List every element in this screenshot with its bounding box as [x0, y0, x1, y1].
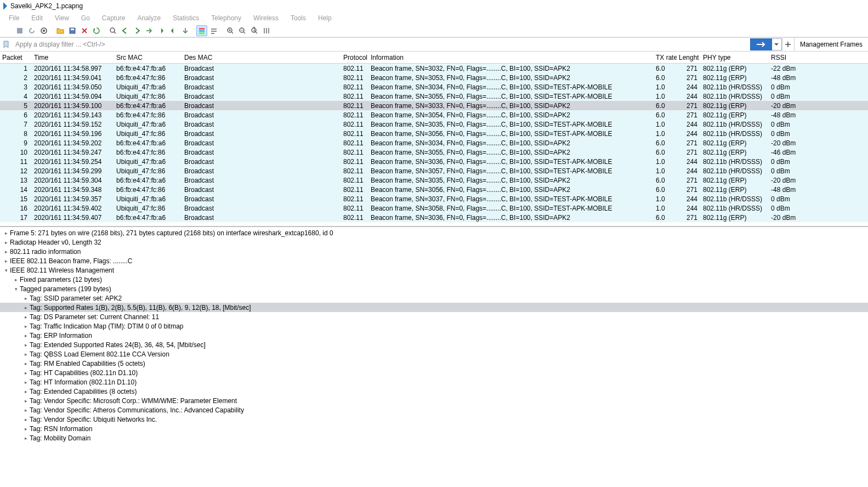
- stop-capture-button[interactable]: [14, 25, 25, 36]
- auto-scroll-button[interactable]: [180, 25, 191, 36]
- resize-columns-button[interactable]: [261, 25, 272, 36]
- colorize-button[interactable]: [196, 25, 207, 36]
- menu-edit[interactable]: Edit: [26, 13, 48, 23]
- go-to-packet-button[interactable]: [144, 25, 155, 36]
- expand-icon[interactable]: ▸: [2, 230, 10, 236]
- detail-node[interactable]: ▸Tag: Mobility Domain: [0, 433, 868, 443]
- detail-node[interactable]: ▸Tag: Traffic Indication Map (TIM): DTIM…: [0, 321, 868, 331]
- detail-node[interactable]: ▸Tag: HT Capabilities (802.11n D1.10): [0, 368, 868, 377]
- packet-row[interactable]: 112020/161 11:34:59.254Ubiquiti_47:fb:a6…: [0, 157, 868, 166]
- expand-collapse-icon[interactable]: ▾: [2, 268, 10, 273]
- col-time[interactable]: Time: [32, 54, 114, 61]
- detail-node[interactable]: ▸Tag: DS Parameter set: Current Channel:…: [0, 312, 868, 321]
- col-info[interactable]: Information: [368, 54, 654, 61]
- go-last-button[interactable]: [168, 25, 179, 36]
- detail-node[interactable]: ▸Tag: Vendor Specific: Microsoft Corp.: …: [0, 396, 868, 405]
- packet-row[interactable]: 62020/161 11:34:59.143b6:fb:e4:47:fc:86B…: [0, 110, 868, 120]
- detail-node[interactable]: ▸Tag: RM Enabled Capabilities (5 octets): [0, 359, 868, 368]
- detail-node[interactable]: ▸Tag: QBSS Load Element 802.11e CCA Vers…: [0, 349, 868, 359]
- detail-node[interactable]: ▸Tag: SSID parameter set: APK2: [0, 293, 868, 303]
- packet-row[interactable]: 12020/161 11:34:58.997b6:fb:e4:47:fb:a6B…: [0, 64, 868, 73]
- detail-node[interactable]: ▸Radiotap Header v0, Length 32: [0, 237, 868, 247]
- packet-row[interactable]: 92020/161 11:34:59.202b6:fb:e4:47:fb:a6B…: [0, 138, 868, 148]
- packet-row[interactable]: 22020/161 11:34:59.041b6:fb:e4:47:fc:86B…: [0, 73, 868, 82]
- packet-row[interactable]: 42020/161 11:34:59.094Ubiquiti_47:fc:86B…: [0, 92, 868, 101]
- open-file-button[interactable]: [55, 25, 66, 36]
- menu-statistics[interactable]: Statistics: [167, 13, 205, 23]
- menu-file[interactable]: File: [3, 13, 25, 23]
- expand-icon[interactable]: ▸: [22, 352, 30, 357]
- save-file-button[interactable]: [67, 25, 78, 36]
- col-src[interactable]: Src MAC: [114, 54, 182, 61]
- expand-icon[interactable]: ▸: [22, 370, 30, 376]
- filter-expression-button[interactable]: Management Frames: [794, 38, 868, 51]
- expand-icon[interactable]: ▸: [22, 398, 30, 404]
- col-proto[interactable]: Protocol: [341, 54, 368, 61]
- expand-icon[interactable]: ▸: [22, 342, 30, 348]
- expand-icon[interactable]: ▸: [22, 314, 30, 320]
- expand-icon[interactable]: ▸: [22, 435, 30, 441]
- expand-icon[interactable]: ▸: [22, 361, 30, 366]
- detail-node[interactable]: ▸IEEE 802.11 Beacon frame, Flags: ......…: [0, 256, 868, 265]
- packet-list[interactable]: 12020/161 11:34:58.997b6:fb:e4:47:fb:a6B…: [0, 64, 868, 226]
- go-forward-button[interactable]: [132, 25, 143, 36]
- menu-capture[interactable]: Capture: [97, 13, 131, 23]
- packet-row[interactable]: 142020/161 11:34:59.348b6:fb:e4:47:fc:86…: [0, 185, 868, 194]
- reload-button[interactable]: [91, 25, 102, 36]
- packet-row[interactable]: 32020/161 11:34:59.050Ubiquiti_47:fb:a6B…: [0, 82, 868, 92]
- col-len[interactable]: Lenght: [677, 54, 701, 61]
- zoom-reset-button[interactable]: 1: [249, 25, 260, 36]
- detail-node[interactable]: ▾IEEE 802.11 Wireless Management: [0, 265, 868, 275]
- detail-node[interactable]: ▸Tag: RSN Information: [0, 424, 868, 433]
- close-file-button[interactable]: [79, 25, 90, 36]
- detail-node[interactable]: ▸Tag: Vendor Specific: Atheros Communica…: [0, 405, 868, 415]
- zoom-in-button[interactable]: [225, 25, 236, 36]
- menu-help[interactable]: Help: [313, 13, 337, 23]
- display-filter-input[interactable]: [12, 38, 750, 51]
- detail-node[interactable]: ▾Tagged parameters (199 bytes): [0, 284, 868, 293]
- packet-row[interactable]: 72020/161 11:34:59.152Ubiquiti_47:fb:a6B…: [0, 120, 868, 129]
- expand-collapse-icon[interactable]: ▾: [12, 286, 20, 292]
- expand-icon[interactable]: ▸: [22, 417, 30, 422]
- col-tx[interactable]: TX rate: [654, 54, 677, 61]
- menu-analyze[interactable]: Analyze: [132, 13, 167, 23]
- packet-details[interactable]: ▸Frame 5: 271 bytes on wire (2168 bits),…: [0, 226, 868, 487]
- expand-icon[interactable]: ▸: [22, 324, 30, 329]
- col-rssi[interactable]: RSSI: [769, 54, 802, 61]
- packet-row[interactable]: 52020/161 11:34:59.100b6:fb:e4:47:fb:a6B…: [0, 101, 868, 110]
- detail-node[interactable]: ▸Fixed parameters (12 bytes): [0, 275, 868, 284]
- packet-row[interactable]: 172020/161 11:34:59.407b6:fb:e4:47:fb:a6…: [0, 213, 868, 222]
- packet-row[interactable]: 122020/161 11:34:59.299Ubiquiti_47:fc:86…: [0, 166, 868, 175]
- menu-go[interactable]: Go: [76, 13, 95, 23]
- col-packet[interactable]: Packet: [0, 54, 32, 61]
- col-des[interactable]: Des MAC: [182, 54, 341, 61]
- menu-telephony[interactable]: Telephony: [206, 13, 247, 23]
- menu-view[interactable]: View: [49, 13, 75, 23]
- detail-node[interactable]: ▸Tag: HT Information (802.11n D1.10): [0, 377, 868, 387]
- menu-tools[interactable]: Tools: [285, 13, 311, 23]
- add-filter-button[interactable]: [782, 38, 794, 50]
- expand-icon[interactable]: ▸: [22, 407, 30, 413]
- detail-node[interactable]: ▸802.11 radio information: [0, 247, 868, 256]
- expand-icon[interactable]: ▸: [22, 426, 30, 432]
- packet-row[interactable]: 102020/161 11:34:59.247b6:fb:e4:47:fc:86…: [0, 148, 868, 157]
- bookmark-filter-button[interactable]: [0, 38, 12, 50]
- expand-icon[interactable]: ▸: [12, 277, 20, 282]
- col-phy[interactable]: PHY type: [701, 54, 769, 61]
- zoom-text-button[interactable]: [208, 25, 219, 36]
- zoom-out-button[interactable]: [237, 25, 248, 36]
- menu-wireless[interactable]: Wireless: [248, 13, 284, 23]
- packet-row[interactable]: 132020/161 11:34:59.304b6:fb:e4:47:fb:a6…: [0, 175, 868, 185]
- capture-options-button[interactable]: [38, 25, 49, 36]
- go-first-button[interactable]: [156, 25, 167, 36]
- expand-icon[interactable]: ▸: [2, 240, 10, 245]
- filter-history-dropdown[interactable]: [772, 38, 782, 50]
- go-back-button[interactable]: [120, 25, 131, 36]
- packet-row[interactable]: 162020/161 11:34:59.402Ubiquiti_47:fc:86…: [0, 203, 868, 213]
- restart-capture-button[interactable]: [26, 25, 37, 36]
- detail-node[interactable]: ▸Tag: Vendor Specific: Ubiquiti Networks…: [0, 415, 868, 424]
- detail-node[interactable]: ▸Tag: Extended Capabilities (8 octets): [0, 387, 868, 396]
- find-packet-button[interactable]: [107, 25, 118, 36]
- detail-node[interactable]: ▸Tag: ERP Information: [0, 331, 868, 340]
- detail-node[interactable]: ▸Frame 5: 271 bytes on wire (2168 bits),…: [0, 228, 868, 237]
